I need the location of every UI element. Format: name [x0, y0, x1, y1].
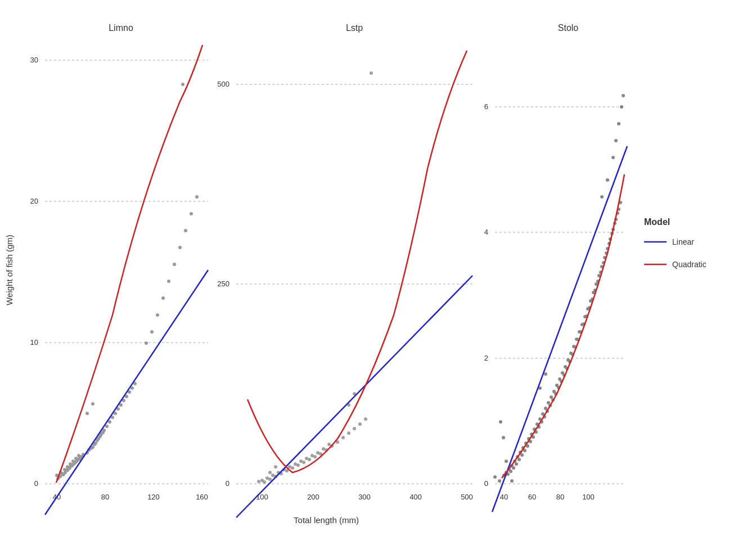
svg-point-111: [302, 461, 305, 464]
svg-point-128: [370, 71, 373, 75]
svg-text:500: 500: [461, 493, 473, 501]
svg-point-230: [611, 156, 615, 159]
svg-point-74: [167, 280, 170, 283]
svg-point-73: [161, 296, 165, 300]
svg-point-124: [274, 465, 277, 469]
svg-point-105: [268, 478, 272, 481]
svg-text:0: 0: [484, 479, 488, 488]
svg-text:30: 30: [30, 56, 38, 64]
svg-text:80: 80: [556, 493, 564, 501]
svg-point-233: [620, 105, 623, 109]
svg-text:400: 400: [410, 493, 422, 501]
svg-point-186: [515, 462, 518, 466]
svg-text:500: 500: [217, 80, 230, 88]
svg-point-76: [178, 246, 182, 249]
svg-point-113: [313, 455, 317, 458]
svg-text:100: 100: [582, 493, 595, 501]
svg-point-72: [156, 313, 159, 317]
svg-point-229: [544, 372, 547, 376]
svg-point-53: [98, 435, 102, 438]
svg-point-68: [91, 402, 94, 406]
svg-text:4: 4: [484, 228, 488, 236]
svg-point-227: [499, 420, 502, 424]
chart-container: Limno 0 10 20 30 40 80 120 160: [0, 0, 756, 540]
svg-point-119: [347, 431, 350, 435]
svg-point-158: [550, 395, 553, 399]
svg-point-54: [101, 431, 105, 434]
svg-text:250: 250: [217, 280, 230, 288]
svg-text:120: 120: [147, 493, 160, 501]
svg-point-112: [308, 458, 311, 461]
svg-point-157: [547, 401, 550, 404]
svg-point-79: [195, 195, 199, 199]
svg-point-67: [86, 412, 89, 415]
svg-text:300: 300: [358, 493, 371, 501]
svg-point-78: [190, 212, 193, 215]
svg-text:2: 2: [484, 354, 488, 362]
legend-linear-label: Linear: [672, 237, 694, 246]
svg-point-38: [105, 425, 109, 428]
svg-text:6: 6: [484, 102, 488, 111]
svg-text:200: 200: [307, 493, 320, 501]
main-chart: Limno 0 10 20 30 40 80 120 160: [0, 0, 756, 540]
svg-text:160: 160: [196, 493, 208, 501]
svg-point-237: [498, 479, 501, 483]
svg-text:60: 60: [528, 493, 536, 501]
svg-point-110: [296, 464, 300, 467]
panel2-title: Lstp: [346, 23, 363, 33]
svg-text:40: 40: [500, 493, 508, 501]
svg-text:80: 80: [101, 493, 109, 501]
svg-point-236: [493, 475, 497, 479]
svg-point-109: [291, 466, 294, 470]
svg-point-75: [173, 263, 176, 266]
svg-point-231: [614, 139, 618, 142]
x-axis-label: Total length (mm): [294, 515, 359, 525]
svg-point-118: [341, 436, 345, 439]
svg-point-184: [509, 470, 512, 473]
svg-text:0: 0: [34, 479, 38, 488]
svg-point-122: [364, 417, 367, 421]
svg-point-121: [358, 422, 362, 426]
svg-text:100: 100: [256, 493, 268, 501]
svg-text:20: 20: [30, 197, 38, 205]
legend-title: Model: [644, 217, 670, 227]
svg-text:10: 10: [30, 338, 38, 346]
y-axis-label: Weight of fish (gm): [4, 235, 14, 305]
svg-point-123: [257, 480, 260, 483]
svg-point-120: [353, 427, 356, 430]
svg-point-232: [617, 122, 620, 125]
svg-point-156: [544, 407, 547, 410]
svg-point-235: [600, 195, 604, 199]
svg-point-185: [512, 466, 515, 470]
svg-point-234: [606, 178, 609, 182]
legend-quadratic-label: Quadratic: [672, 260, 706, 269]
svg-point-77: [184, 229, 187, 232]
svg-point-69: [181, 83, 184, 86]
svg-point-226: [502, 436, 505, 439]
panel1-title: Limno: [109, 23, 133, 33]
svg-point-71: [150, 330, 154, 334]
svg-point-188: [520, 453, 524, 457]
svg-point-103: [327, 443, 331, 446]
svg-point-70: [145, 341, 148, 345]
svg-point-238: [622, 94, 625, 97]
svg-point-225: [510, 479, 514, 483]
svg-point-104: [263, 480, 266, 484]
svg-point-224: [505, 460, 508, 463]
svg-text:0: 0: [226, 479, 230, 488]
svg-point-187: [518, 458, 521, 461]
svg-point-125: [268, 471, 272, 474]
panel3-title: Stolo: [558, 23, 579, 33]
